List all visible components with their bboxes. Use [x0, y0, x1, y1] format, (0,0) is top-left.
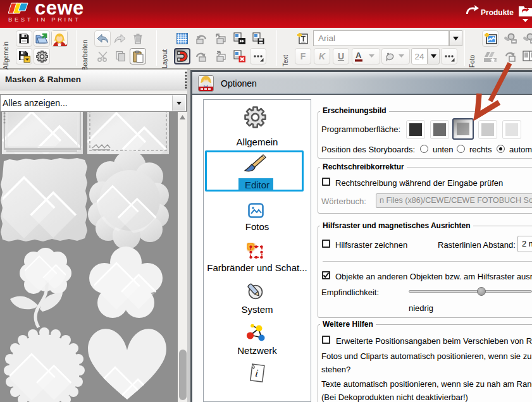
svg-text:A: A [356, 51, 362, 60]
